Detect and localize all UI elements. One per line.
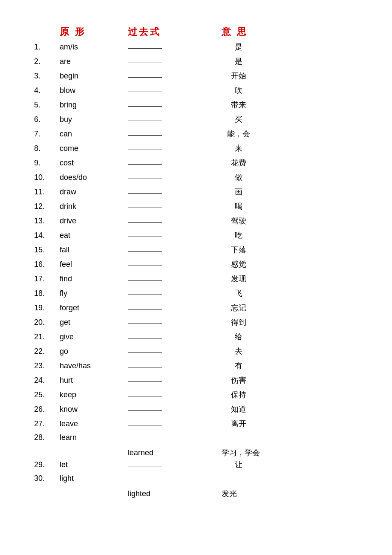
row-word: learn xyxy=(60,433,128,442)
blank-underline xyxy=(128,193,162,194)
blank-underline xyxy=(128,237,162,237)
row-word: cost xyxy=(60,159,128,168)
row-blank xyxy=(128,460,222,469)
row-num: 13. xyxy=(34,217,60,225)
blank-underline xyxy=(128,382,162,382)
blank-underline xyxy=(128,63,162,63)
row-meaning: 感觉 xyxy=(222,259,256,269)
table-row: 21. give 给 xyxy=(34,332,358,344)
row-blank xyxy=(128,347,222,356)
row-word: come xyxy=(60,144,128,153)
table-row: 25. keep 保持 xyxy=(34,390,358,402)
row-num: 30. xyxy=(34,474,60,483)
row-word: buy xyxy=(60,115,128,124)
row-blank xyxy=(128,376,222,385)
row-meaning: 让 xyxy=(222,460,256,470)
row-meaning: 保持 xyxy=(222,390,256,400)
row-meaning: 是 xyxy=(222,42,256,52)
table-row: 20. get 得到 xyxy=(34,317,358,330)
header-row: 原 形 过去式 意 思 xyxy=(34,26,358,38)
table-row: 16. feel 感觉 xyxy=(34,259,358,272)
header-yisi: 意 思 xyxy=(222,26,248,38)
row-num: 26. xyxy=(34,405,60,414)
row-num: 3. xyxy=(34,72,60,81)
row-meaning: 飞 xyxy=(222,288,256,298)
row-num: 14. xyxy=(34,231,60,240)
row-word: begin xyxy=(60,72,128,81)
row-word: are xyxy=(60,57,128,66)
table-row: 30. light xyxy=(34,474,358,487)
blank-underline xyxy=(128,309,162,309)
row-meaning: 得到 xyxy=(222,317,256,327)
blank-underline xyxy=(128,266,162,266)
table-row: 1. am/is 是 xyxy=(34,42,358,55)
row-blank xyxy=(128,304,222,312)
table-row: 23. have/has 有 xyxy=(34,361,358,373)
row-meaning: 能，会 xyxy=(222,129,256,139)
blank-underline xyxy=(128,208,162,208)
blank-underline xyxy=(128,324,162,324)
blank-underline xyxy=(128,396,162,396)
extra-past-tense: lighted xyxy=(128,489,222,498)
blank-underline xyxy=(128,106,162,107)
row-num: 11. xyxy=(34,188,60,197)
blank-underline xyxy=(128,48,162,49)
blank-underline xyxy=(128,121,162,121)
row-word: give xyxy=(60,332,128,341)
table-row: 7. can 能，会 xyxy=(34,129,358,142)
row-num: 16. xyxy=(34,260,60,269)
table-row: 27. leave 离开 xyxy=(34,419,358,431)
row-num: 8. xyxy=(34,144,60,153)
row-meaning: 下落 xyxy=(222,245,256,255)
blank-underline xyxy=(128,338,162,338)
row-word: feel xyxy=(60,260,128,269)
blank-underline xyxy=(128,179,162,179)
row-num: 23. xyxy=(34,361,60,370)
extra-meaning: 学习，学会 xyxy=(222,448,260,458)
row-num: 24. xyxy=(34,376,60,385)
row-word: let xyxy=(60,460,128,469)
row-blank xyxy=(128,130,222,139)
row-blank xyxy=(128,115,222,124)
extra-meaning: 发光 xyxy=(222,489,237,499)
row-meaning: 去 xyxy=(222,346,256,356)
row-meaning: 是 xyxy=(222,56,256,66)
header-yuanxing: 原 形 xyxy=(60,26,128,38)
row-num: 20. xyxy=(34,318,60,327)
row-num: 10. xyxy=(34,173,60,182)
row-meaning: 画 xyxy=(222,187,256,197)
row-meaning: 知道 xyxy=(222,404,256,414)
row-blank xyxy=(128,332,222,341)
row-word: have/has xyxy=(60,361,128,370)
table-row: 11. draw 画 xyxy=(34,187,358,199)
row-word: know xyxy=(60,405,128,414)
row-meaning: 吹 xyxy=(222,85,256,95)
row-blank xyxy=(128,144,222,153)
table-row: 4. blow 吹 xyxy=(34,85,358,98)
blank-underline xyxy=(128,77,162,78)
row-blank xyxy=(128,188,222,197)
blank-underline xyxy=(128,280,162,280)
table-row: 9. cost 花费 xyxy=(34,158,358,171)
rows-container: 1. am/is 是 2. are 是 3. begin 开始 4. blow … xyxy=(34,42,358,499)
row-word: fly xyxy=(60,289,128,298)
row-meaning: 给 xyxy=(222,332,256,342)
blank-underline xyxy=(128,150,162,150)
table-row: 28. learn xyxy=(34,433,358,446)
row-meaning: 伤害 xyxy=(222,375,256,385)
blank-underline xyxy=(128,466,162,466)
row-num: 21. xyxy=(34,332,60,341)
row-blank xyxy=(128,101,222,110)
row-meaning: 有 xyxy=(222,361,256,371)
row-blank xyxy=(128,390,222,399)
row-num: 5. xyxy=(34,101,60,110)
row-meaning: 发现 xyxy=(222,274,256,284)
table-row: 19. forget 忘记 xyxy=(34,303,358,315)
row-num: 6. xyxy=(34,115,60,124)
row-num: 12. xyxy=(34,202,60,211)
extra-row: lighted 发光 xyxy=(34,489,358,499)
table-row: 5. bring 带来 xyxy=(34,100,358,113)
row-meaning: 喝 xyxy=(222,201,256,211)
row-word: get xyxy=(60,318,128,327)
row-num: 18. xyxy=(34,289,60,298)
